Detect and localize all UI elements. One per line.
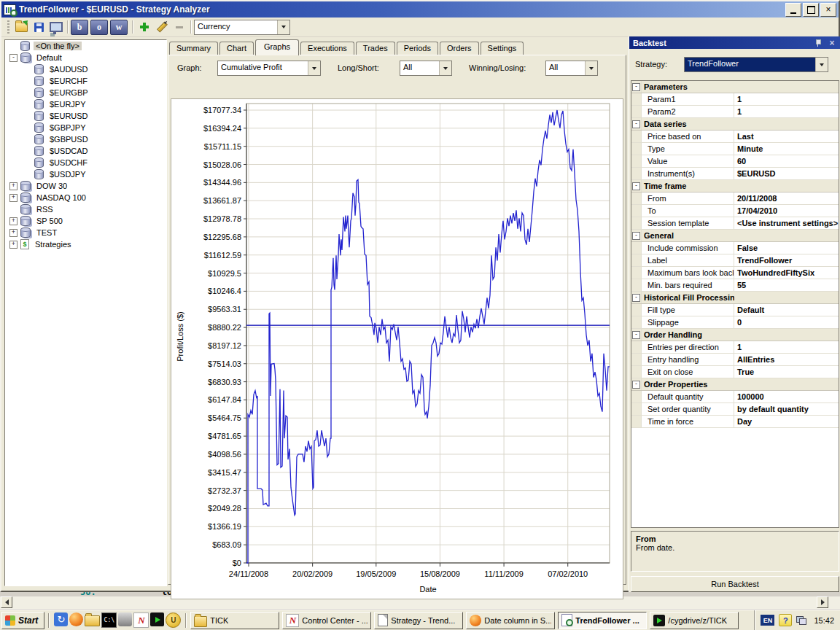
tree-item[interactable]: +NASDAQ 100 [5, 192, 166, 203]
tree-item[interactable]: +DOW 30 [5, 180, 166, 192]
collapse-group-icon[interactable]: - [632, 331, 640, 339]
folder-launch-icon[interactable] [85, 615, 100, 626]
property-value[interactable]: 1 [734, 341, 839, 353]
property-value[interactable]: 17/04/2010 [734, 205, 839, 217]
property-row[interactable]: Slippage0 [631, 316, 839, 329]
property-group-row[interactable]: -General [631, 230, 839, 242]
tree-item[interactable]: $USDCHF [5, 157, 166, 168]
remove-button[interactable] [171, 19, 188, 35]
tree-item[interactable]: $AUDUSD [5, 63, 166, 75]
collapse-group-icon[interactable]: - [632, 294, 640, 302]
toolbar-grip[interactable] [7, 20, 9, 34]
save-button[interactable] [30, 19, 47, 35]
property-group-row[interactable]: -Time frame [631, 180, 839, 192]
property-row[interactable]: Param11 [631, 93, 839, 106]
property-row[interactable]: Exit on closeTrue [631, 366, 839, 378]
app-launch-icon[interactable] [118, 612, 132, 626]
property-row[interactable]: Include commissionFalse [631, 242, 839, 254]
close-button[interactable]: × [820, 3, 836, 17]
run-backtest-button[interactable]: Run Backtest [631, 576, 839, 592]
display-button[interactable] [47, 19, 65, 35]
tab-summary[interactable]: Summary [169, 42, 218, 55]
walkforward-mode-button[interactable]: w [110, 20, 128, 35]
start-button[interactable]: Start [1, 612, 44, 629]
scroll-left-button[interactable] [1, 596, 12, 608]
tree-expander[interactable]: + [9, 194, 18, 202]
graph-type-combobox[interactable]: Cumulative Profit [217, 61, 321, 76]
tab-orders[interactable]: Orders [440, 42, 479, 55]
help-tray-icon[interactable]: ? [779, 614, 792, 626]
property-value[interactable]: 0 [734, 316, 839, 328]
tab-chart[interactable]: Chart [219, 42, 254, 55]
tree-item[interactable]: -Default [5, 52, 166, 63]
property-value[interactable]: 20/11/2008 [734, 192, 839, 204]
property-row[interactable]: Param21 [631, 106, 839, 118]
property-row[interactable]: Value60 [631, 155, 839, 168]
property-group-row[interactable]: -Parameters [631, 81, 839, 93]
property-value[interactable]: $EURUSD [734, 168, 839, 179]
property-group-row[interactable]: -Data series [631, 118, 839, 131]
property-row[interactable]: Instrument(s)$EURUSD [631, 168, 839, 180]
taskbar-task[interactable]: TICK [190, 612, 279, 629]
add-button[interactable] [136, 19, 153, 35]
tab-trades[interactable]: Trades [356, 42, 395, 55]
backtest-panel-header[interactable]: Backtest × [629, 36, 840, 49]
property-row[interactable]: Fill typeDefault [631, 304, 839, 316]
maximize-button[interactable] [803, 3, 819, 17]
property-row[interactable]: Entries per direction1 [631, 341, 839, 354]
chevron-down-icon[interactable] [439, 61, 451, 75]
title-bar[interactable]: TrendFollower - $EURUSD - Strategy Analy… [1, 1, 839, 18]
property-group-row[interactable]: -Historical Fill Processing [631, 292, 839, 304]
tree-item[interactable]: $USDCAD [5, 145, 166, 157]
collapse-group-icon[interactable]: - [632, 381, 640, 389]
taskbar-task[interactable]: Date column in S... [466, 612, 555, 629]
collapse-group-icon[interactable]: - [632, 182, 640, 190]
optimize-mode-button[interactable]: o [90, 20, 108, 35]
display-tray-icon[interactable] [796, 616, 806, 625]
chevron-down-icon[interactable] [277, 20, 289, 34]
collapse-group-icon[interactable]: - [632, 83, 640, 91]
tree-expander[interactable]: - [9, 54, 18, 62]
property-value[interactable]: False [734, 242, 839, 254]
edit-button[interactable] [153, 19, 171, 35]
property-value[interactable]: Default [734, 304, 839, 316]
tree-expander[interactable]: + [9, 217, 18, 225]
tree-item[interactable]: $USDJPY [5, 168, 166, 180]
property-value[interactable]: TrendFollower [734, 254, 839, 266]
tree-item[interactable]: RSS [5, 203, 166, 215]
property-value[interactable]: 55 [734, 279, 839, 291]
chevron-down-icon[interactable] [308, 61, 320, 75]
chevron-down-icon[interactable] [815, 58, 828, 71]
property-value[interactable]: by default quantity [734, 403, 839, 415]
tree-expander[interactable]: + [9, 241, 18, 249]
tree-item[interactable]: $EURUSD [5, 110, 166, 122]
tree-item[interactable]: $GBPUSD [5, 133, 166, 145]
coin-launch-icon[interactable] [166, 612, 181, 628]
tree-item[interactable]: +TEST [5, 227, 166, 238]
property-row[interactable]: Session template<Use instrument settings… [631, 217, 839, 230]
tab-executions[interactable]: Executions [300, 42, 354, 55]
winning-losing-combobox[interactable]: All [545, 61, 598, 76]
scroll-right-button[interactable] [817, 596, 828, 608]
tab-periods[interactable]: Periods [397, 42, 438, 55]
tab-settings[interactable]: Settings [481, 42, 524, 55]
property-row[interactable]: LabelTrendFollower [631, 254, 839, 267]
property-row[interactable]: TypeMinute [631, 143, 839, 155]
tree-item[interactable]: <On the fly> [5, 40, 166, 52]
collapse-group-icon[interactable]: - [632, 232, 640, 240]
tree-item[interactable]: $EURGBP [5, 87, 166, 98]
property-value[interactable]: True [734, 366, 839, 378]
property-value[interactable]: <Use instrument settings> [734, 217, 839, 229]
collapse-group-icon[interactable]: - [632, 120, 640, 128]
panel-close-icon[interactable]: × [828, 39, 836, 47]
taskbar-task[interactable]: Control Center - ... [282, 612, 371, 629]
tree-expander[interactable]: + [9, 229, 18, 237]
tree-item[interactable]: $EURJPY [5, 98, 166, 110]
property-row[interactable]: Set order quantityby default quantity [631, 403, 839, 416]
property-value[interactable]: Minute [734, 143, 839, 155]
chevron-down-icon[interactable] [585, 61, 597, 75]
property-row[interactable]: Entry handlingAllEntries [631, 354, 839, 366]
tree-item[interactable]: +SP 500 [5, 215, 166, 227]
property-group-row[interactable]: -Order Handling [631, 329, 839, 341]
property-value[interactable]: Day [734, 416, 839, 427]
